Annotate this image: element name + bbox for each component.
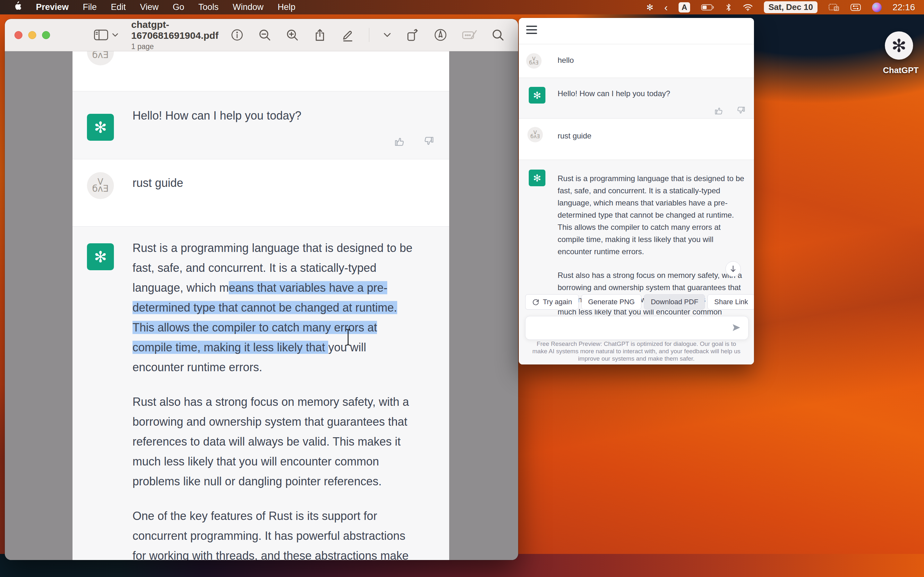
text-line: This allows the compiler to catch many e… [557,223,744,235]
user-hello-text: hello [557,56,574,65]
text-line: much less likely that you will encounter… [132,455,413,475]
info-button[interactable] [230,28,244,42]
text-line: This allows the compiler to catch many e… [132,321,413,341]
toolbar-separator [369,28,369,42]
share-button[interactable] [313,28,326,42]
markup-pen-button[interactable] [341,28,355,42]
selected-text: determined type that cannot be changed a… [132,301,397,314]
wifi-icon[interactable] [743,3,753,11]
generate-png-button[interactable]: Generate PNG [582,294,642,309]
chat-message-assistant-hello: ✻ Hello! How can I help you today? [519,78,754,119]
text-line: language, which means that variables hav… [557,198,744,211]
apple-logo-icon [13,1,22,11]
menu-tools[interactable]: Tools [198,2,218,12]
chatgpt-avatar: ✻ [87,243,114,270]
annotate-pen-button[interactable] [433,28,447,42]
paragraph-1: Rust is a programming language that is d… [557,174,744,259]
menu-app-name[interactable]: Preview [36,2,69,12]
zoom-out-button[interactable] [258,28,271,42]
thumbs-down-icon[interactable] [736,105,746,116]
chatgpt-avatar: ✻ [529,87,545,103]
paragraph-1: Rust is a programming language that is d… [132,242,413,380]
text-line: concurrent programming. It has powerful … [132,529,413,549]
menu-bar: Preview File Edit View Go Tools Window H… [0,0,924,15]
text-line: One of the key features of Rust is its s… [132,509,413,529]
sidebar-icon [94,29,109,41]
text-line: determined type that cannot be changed a… [132,301,413,321]
control-center-icon[interactable] [850,3,861,11]
selected-text: compile time, making it less likely that [132,341,328,354]
sidebar-toggle-button[interactable] [94,29,118,41]
rotate-button[interactable] [405,28,419,42]
footer-line: make AI systems more natural to interact… [522,348,751,355]
footer-disclaimer: Free Research Preview: ChatGPT is optimi… [522,340,751,362]
user-avatar: V бʌƎ [526,53,541,69]
chatgpt-app-icon: ✻ [885,31,913,60]
thumbs-down-icon[interactable] [423,135,435,147]
minimize-button[interactable] [28,31,36,39]
scroll-to-bottom-button[interactable] [725,261,741,277]
document-title: chatgpt-1670681691904.pdf [131,19,230,41]
menu-help[interactable]: Help [278,2,296,12]
chatgpt-window: V бʌƎ hello ✻ Hello! How can I help you … [519,18,754,364]
text-line: fast, safe, and concurrent. It is a stat… [557,186,744,198]
text-line: Rust is a programming language that is d… [132,242,413,261]
user-avatar: V бʌƎ [87,172,114,199]
apple-menu[interactable] [13,1,22,13]
chevron-left-icon[interactable]: ‹ [664,4,668,11]
message-input[interactable] [525,316,748,340]
menu-clock[interactable]: 22:16 [893,2,915,13]
menu-go[interactable]: Go [173,2,184,12]
text-line: borrowing and ownership system that guar… [132,415,413,435]
desktop-icon-chatgpt[interactable]: ✻ ChatGPT [883,31,915,75]
pdf-message-user-prompt: V бʌƎ rust guide [73,159,449,226]
user-avatar: V бʌƎ [87,51,114,65]
screen-mirroring-icon[interactable] [829,3,839,11]
zoom-button[interactable] [42,31,50,39]
zoom-in-button[interactable] [286,28,299,42]
markup-chevron-button[interactable] [383,32,391,37]
battery-icon[interactable] [701,4,714,11]
chat-message-user-rust: V бʌƎ rust guide [519,119,754,160]
openai-menu-icon[interactable]: ✻ [646,3,654,12]
assistant-rust-text: Rust is a programming language that is d… [132,242,413,560]
download-pdf-button[interactable]: Download PDF [644,294,705,309]
text-line: compile time, making it less likely that… [132,341,413,361]
thumbs-up-icon[interactable] [394,135,406,147]
text-annotation-button[interactable] [462,29,477,41]
paragraph-2: Rust also has a strong focus on memory s… [132,395,413,495]
search-button[interactable] [491,28,505,42]
text-line: for working with threads, and these abst… [132,549,413,560]
text-line: encounter runtime errors. [132,361,413,380]
menu-file[interactable]: File [83,2,97,12]
menu-edit[interactable]: Edit [111,2,126,12]
user-prompt-text: rust guide [132,176,183,190]
close-button[interactable] [15,31,23,39]
input-source-icon[interactable]: A [678,2,690,13]
refresh-icon [532,298,540,306]
text-line: problems like null or dangling pointer r… [132,475,413,495]
text-line: encounter runtime errors. [557,247,744,259]
assistant-hello-text: Hello! How can I help you today? [132,109,301,122]
text-line: Rust also has a strong focus on memory s… [557,271,744,283]
send-icon [732,323,741,332]
selected-text: eans that variables have a pre- [229,281,387,294]
bluetooth-icon[interactable] [725,3,732,12]
desktop: Preview File Edit View Go Tools Window H… [0,0,924,577]
message-input-box [525,316,748,340]
siri-icon[interactable] [872,3,882,12]
hamburger-menu-button[interactable] [526,26,537,34]
text-line: Rust is a programming language that is d… [557,174,744,186]
send-button[interactable] [732,323,741,334]
thumbs-up-icon[interactable] [714,105,724,116]
pdf-page: V бʌƎ ✻ Hello! How can I help you today? [73,51,449,560]
menu-view[interactable]: View [140,2,158,12]
action-buttons: Try again Generate PNG Download PDF Shar… [525,294,748,309]
text-line: compile time, making it less likely that… [557,235,744,247]
menu-date[interactable]: Sat, Dec 10 [764,1,817,13]
try-again-button[interactable]: Try again [525,294,579,309]
share-link-button[interactable]: Share Link [708,294,754,309]
pdf-viewport: V бʌƎ ✻ Hello! How can I help you today? [5,51,518,560]
preview-titlebar: chatgpt-1670681691904.pdf 1 page [5,19,518,51]
menu-window[interactable]: Window [233,2,263,12]
